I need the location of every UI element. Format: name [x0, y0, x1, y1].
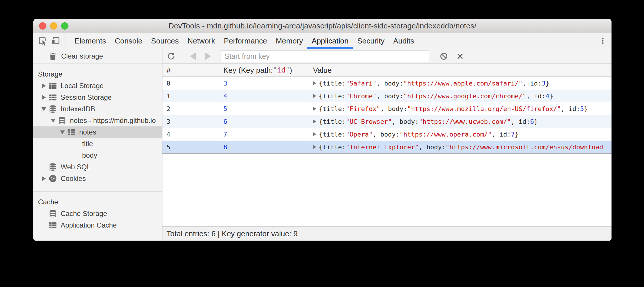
toggle-device-toolbar-button[interactable] [49, 33, 62, 49]
next-page-button[interactable] [202, 50, 214, 62]
row-key-cell[interactable]: 8 [219, 141, 309, 153]
summary-text: Total entries: 6 | Key generator value: … [167, 229, 298, 238]
table-row[interactable]: 14{title: "Chrome", body: "https://www.g… [162, 90, 612, 102]
sidebar-section-divider [33, 191, 162, 192]
value-string: "https://www.apple.com/safari/" [403, 80, 522, 87]
row-value-cell[interactable]: {title: "Opera", body: "https://www.oper… [309, 128, 612, 141]
table-icon [48, 81, 57, 90]
expand-value-icon[interactable] [313, 107, 316, 111]
block-icon [439, 52, 448, 61]
row-key-cell[interactable]: 7 [219, 128, 309, 141]
more-options-button[interactable] [596, 33, 609, 49]
sidebar-item-session-storage[interactable]: Session Storage [33, 92, 162, 103]
chevron-down-icon[interactable] [39, 107, 48, 111]
tab-network[interactable]: Network [183, 33, 219, 49]
column-header-index[interactable]: # [162, 64, 219, 77]
devtools-window: DevTools - mdn.github.io/learning-area/j… [33, 19, 612, 241]
row-index-cell[interactable]: 1 [162, 90, 219, 102]
value-punctuation: , body: [377, 80, 404, 87]
sidebar-item-cache-storage[interactable]: Cache Storage [33, 208, 162, 219]
value-punctuation: } [549, 92, 553, 100]
row-value-cell[interactable]: {title: "Chrome", body: "https://www.goo… [309, 90, 612, 102]
row-value-cell[interactable]: {title: "Firefox", body: "https://www.mo… [309, 102, 612, 115]
sidebar-item-body[interactable]: body [33, 150, 162, 161]
sidebar-item-title[interactable]: title [33, 138, 162, 150]
sidebar-item-web-sql[interactable]: Web SQL [33, 161, 162, 173]
tab-performance[interactable]: Performance [220, 33, 272, 49]
column-header-value[interactable]: Value [309, 64, 612, 77]
row-index-cell[interactable]: 2 [162, 102, 219, 115]
sidebar-item-label: Session Storage [61, 93, 112, 101]
row-value-cell[interactable]: {title: "Internet Explorer", body: "http… [309, 141, 612, 153]
close-window-button[interactable] [39, 22, 46, 30]
row-key-cell[interactable]: 6 [219, 115, 309, 128]
expand-value-icon[interactable] [313, 132, 316, 136]
sidebar-item-notes-https-mdn-github-io[interactable]: notes - https://mdn.github.io [33, 115, 162, 126]
expand-value-icon[interactable] [313, 145, 316, 149]
data-grid-filler[interactable] [162, 154, 612, 226]
chevron-right-icon[interactable] [39, 176, 48, 181]
row-index-cell[interactable]: 3 [162, 115, 219, 128]
clear-object-store-button[interactable] [438, 50, 450, 62]
expand-value-icon[interactable] [313, 81, 316, 85]
row-key-cell[interactable]: 4 [219, 90, 309, 102]
sidebar-item-local-storage[interactable]: Local Storage [33, 80, 162, 92]
value-number: 3 [542, 80, 545, 87]
value-punctuation: {title: [319, 131, 346, 138]
row-index-cell[interactable]: 0 [162, 77, 219, 90]
value-string: "Safari" [346, 80, 377, 87]
table-icon [48, 93, 57, 102]
table-row[interactable]: 58{title: "Internet Explorer", body: "ht… [162, 141, 612, 154]
sidebar-heading-storage: Storage [33, 68, 162, 80]
title-bar[interactable]: DevTools - mdn.github.io/learning-area/j… [33, 19, 612, 33]
object-store-toolbar [162, 49, 612, 64]
row-key-cell[interactable]: 5 [219, 102, 309, 115]
table-row[interactable]: 47{title: "Opera", body: "https://www.op… [162, 128, 612, 141]
database-icon [48, 105, 57, 113]
chevron-down-icon[interactable] [58, 130, 67, 134]
sidebar-item-application-cache[interactable]: Application Cache [33, 219, 162, 231]
sidebar-item-clear-storage[interactable]: Clear storage [33, 49, 162, 64]
minimize-window-button[interactable] [50, 22, 57, 30]
value-string: "Firefox" [346, 105, 380, 112]
table-row[interactable]: 03{title: "Safari", body: "https://www.a… [162, 77, 612, 90]
sidebar-heading-cache: Cache [33, 196, 162, 208]
delete-selected-button[interactable] [454, 50, 466, 62]
tab-security[interactable]: Security [353, 33, 389, 49]
previous-page-button[interactable] [187, 50, 199, 62]
value-punctuation: , body: [380, 105, 407, 112]
row-value-cell[interactable]: {title: "UC Browser", body: "https://www… [309, 115, 612, 128]
start-from-key-input[interactable] [220, 50, 429, 62]
inspect-element-button[interactable] [36, 33, 49, 49]
row-key-cell[interactable]: 3 [219, 77, 309, 90]
refresh-button[interactable] [165, 50, 177, 62]
sidebar-item-label: Application Cache [61, 221, 117, 229]
zoom-window-button[interactable] [61, 22, 68, 30]
tab-console[interactable]: Console [110, 33, 146, 49]
chevron-down-icon[interactable] [48, 119, 58, 123]
expand-value-icon[interactable] [313, 94, 316, 98]
sidebar-item-cookies[interactable]: Cookies [33, 173, 162, 184]
traffic-lights [39, 19, 68, 33]
value-string: "Internet Explorer" [346, 144, 419, 151]
value-punctuation: , body: [419, 144, 446, 151]
sidebar-item-notes[interactable]: notes [33, 126, 162, 138]
tab-application[interactable]: Application [307, 33, 353, 49]
row-value-cell[interactable]: {title: "Safari", body: "https://www.app… [309, 77, 612, 90]
table-row[interactable]: 36{title: "UC Browser", body: "https://w… [162, 115, 612, 128]
window-title: DevTools - mdn.github.io/learning-area/j… [169, 21, 477, 30]
tab-sources[interactable]: Sources [147, 33, 183, 49]
expand-value-icon[interactable] [313, 119, 316, 123]
row-index-cell[interactable]: 5 [162, 141, 219, 153]
key-header-label: Key (Key path: [223, 66, 273, 75]
row-index-cell[interactable]: 4 [162, 128, 219, 141]
value-punctuation: , id: [522, 80, 542, 87]
table-row[interactable]: 25{title: "Firefox", body: "https://www.… [162, 102, 612, 115]
chevron-right-icon[interactable] [39, 83, 48, 88]
column-header-key[interactable]: Key (Key path: "id") [219, 64, 309, 77]
sidebar-item-indexeddb[interactable]: IndexedDB [33, 103, 162, 115]
chevron-right-icon[interactable] [39, 95, 48, 100]
tab-memory[interactable]: Memory [271, 33, 307, 49]
tab-elements[interactable]: Elements [70, 33, 110, 49]
tab-audits[interactable]: Audits [389, 33, 418, 49]
